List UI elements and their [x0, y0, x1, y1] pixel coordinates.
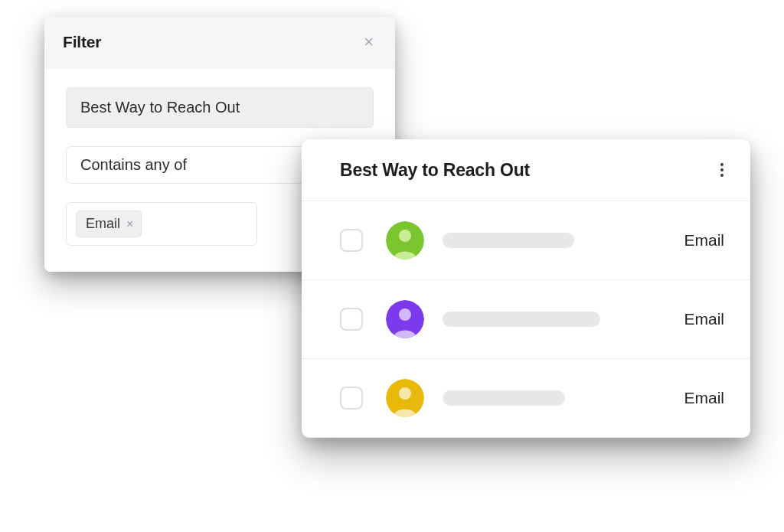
table-row: Email: [302, 279, 750, 358]
row-checkbox[interactable]: [340, 387, 363, 410]
results-title: Best Way to Reach Out: [340, 160, 530, 181]
avatar: [386, 221, 424, 259]
filter-field-select[interactable]: Best Way to Reach Out: [66, 87, 374, 128]
close-icon: ×: [126, 217, 133, 230]
svg-point-8: [399, 387, 411, 400]
close-button[interactable]: ×: [361, 32, 377, 52]
close-icon: ×: [364, 32, 374, 51]
results-list: Email Email Email: [302, 201, 750, 438]
filter-value-tag-label: Email: [86, 216, 120, 232]
svg-point-6: [399, 308, 411, 321]
filter-operator-label: Contains any of: [80, 156, 187, 174]
row-checkbox[interactable]: [340, 308, 363, 331]
svg-point-1: [720, 168, 724, 171]
name-placeholder: [443, 390, 565, 406]
table-row: Email: [302, 358, 750, 438]
table-row: Email: [302, 201, 750, 279]
row-value: Email: [684, 389, 724, 407]
svg-point-2: [720, 174, 724, 177]
svg-point-0: [720, 163, 724, 166]
row-checkbox[interactable]: [340, 229, 363, 252]
filter-value-tag: Email ×: [76, 211, 142, 237]
name-placeholder: [443, 233, 574, 248]
row-value: Email: [684, 231, 724, 250]
more-actions-button[interactable]: [715, 158, 729, 182]
row-value: Email: [684, 310, 724, 328]
svg-point-4: [399, 230, 411, 242]
filter-value-input[interactable]: Email ×: [66, 202, 257, 246]
name-placeholder: [443, 312, 600, 327]
remove-tag-button[interactable]: ×: [126, 218, 133, 230]
filter-field-label: Best Way to Reach Out: [80, 99, 240, 116]
filter-title: Filter: [63, 33, 101, 51]
kebab-icon: [720, 162, 724, 178]
filter-header: Filter ×: [44, 17, 395, 69]
results-panel: Best Way to Reach Out Email Email Email: [302, 139, 750, 438]
results-header: Best Way to Reach Out: [302, 139, 750, 201]
avatar: [386, 300, 424, 338]
avatar: [386, 379, 424, 417]
